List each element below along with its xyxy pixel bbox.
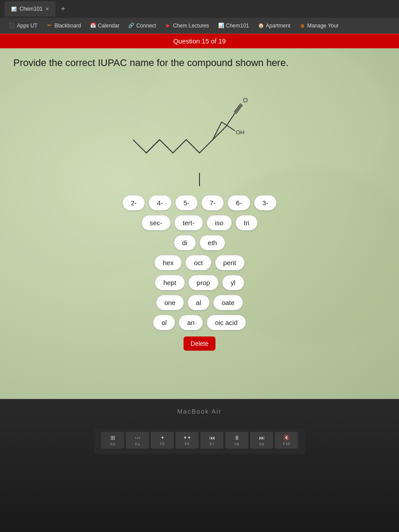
tab-title: Chem101: [20, 6, 43, 12]
btn-4[interactable]: 4-: [149, 195, 171, 211]
bookmark-connect[interactable]: 🔗 Connect: [125, 21, 160, 31]
svg-text:O: O: [243, 97, 248, 104]
blackboard-icon: ✏: [47, 23, 53, 29]
new-tab-button[interactable]: +: [58, 4, 68, 15]
connect-icon: 🔗: [128, 23, 134, 29]
apps-ut-icon: ⬛: [9, 23, 15, 29]
answer-row-di-eth: di eth: [174, 235, 226, 250]
btn-eth[interactable]: eth: [200, 235, 226, 250]
f4-icon: ⋯: [135, 434, 141, 441]
answer-row-delete: Delete: [184, 335, 215, 351]
f6-key[interactable]: ✦✦ F6: [176, 432, 199, 449]
f7-key[interactable]: ⏮ F7: [200, 432, 223, 449]
f7-icon: ⏮: [209, 434, 215, 441]
f10-key[interactable]: 🔇 F10: [275, 432, 298, 449]
answer-input-area[interactable]: [0, 173, 399, 186]
btn-an[interactable]: an: [179, 315, 203, 330]
svg-line-8: [236, 105, 243, 114]
bookmark-calendar[interactable]: 📅 Calendar: [86, 21, 123, 31]
answer-row-prefixes: sec- tert- iso tri: [141, 215, 258, 231]
tab-bar: 📊 Chem101 ✕ +: [4, 1, 395, 16]
f8-key[interactable]: ⏸ F8: [225, 432, 248, 449]
btn-hept[interactable]: hept: [155, 275, 184, 290]
bookmark-blackboard[interactable]: ✏ Blackboard: [43, 21, 85, 31]
f10-icon: 🔇: [283, 434, 290, 441]
svg-text:OH: OH: [236, 129, 245, 136]
bookmarks-bar: ⬛ Apps UT ✏ Blackboard 📅 Calendar 🔗 Conn…: [0, 18, 399, 34]
tab-close-button[interactable]: ✕: [45, 6, 49, 12]
answer-row-hept: hept prop yl: [155, 275, 244, 290]
f6-icon: ✦✦: [183, 435, 191, 441]
f9-label: F9: [259, 442, 264, 446]
btn-yl[interactable]: yl: [222, 275, 244, 290]
bookmark-calendar-label: Calendar: [98, 23, 120, 29]
answer-row-one: one al oate: [156, 295, 243, 310]
f3-icon: ⊞: [110, 434, 115, 441]
bookmark-chem101[interactable]: 📊 Chem101: [215, 21, 253, 31]
btn-one[interactable]: one: [156, 295, 184, 310]
btn-oic-acid[interactable]: oic acid: [207, 315, 246, 330]
answer-buttons-area: 2- 4- 5- 7- 6- 3- sec- tert- iso tri di …: [0, 191, 399, 355]
svg-line-6: [235, 104, 242, 113]
f9-key[interactable]: ⏭ F9: [250, 432, 273, 449]
f3-label: F3: [110, 442, 115, 446]
question-progress: Question 15 of 19: [173, 37, 226, 45]
bookmark-apps-ut-label: Apps UT: [17, 23, 38, 29]
bookmark-chem101-label: Chem101: [226, 23, 249, 29]
btn-6[interactable]: 6-: [227, 195, 250, 211]
f10-label: F10: [283, 442, 290, 446]
bookmark-manage-your-label: Manage Your: [307, 23, 339, 29]
btn-3[interactable]: 3-: [254, 195, 277, 211]
btn-2[interactable]: 2-: [122, 195, 145, 211]
f8-icon: ⏸: [234, 434, 240, 441]
btn-al[interactable]: al: [188, 295, 210, 310]
btn-5[interactable]: 5-: [175, 195, 198, 211]
btn-pent[interactable]: pent: [215, 255, 245, 270]
bookmark-chem-lectures[interactable]: ▶ Chem Lectures: [161, 21, 212, 31]
btn-oct[interactable]: oct: [185, 255, 211, 270]
molecule-svg: O OH: [124, 82, 275, 171]
f9-icon: ⏭: [259, 434, 265, 441]
browser-chrome: 📊 Chem101 ✕ +: [0, 0, 399, 18]
keyboard: ⊞ F3 ⋯ F4 ✦ F5 ✦✦ F6 ⏮ F7 ⏸ F8: [94, 428, 305, 454]
btn-oate[interactable]: oate: [213, 295, 243, 310]
svg-line-5: [226, 113, 235, 126]
text-cursor: [199, 173, 200, 186]
chemical-structure: O OH: [0, 82, 399, 171]
main-content: Question 15 of 19 Provide the correct IU…: [0, 34, 399, 399]
f3-key[interactable]: ⊞ F3: [101, 432, 124, 449]
macbook-label: MacBook Air: [177, 408, 222, 415]
active-tab[interactable]: 📊 Chem101 ✕: [4, 1, 55, 16]
tab-favicon: 📊: [11, 6, 17, 12]
f4-key[interactable]: ⋯ F4: [126, 432, 149, 449]
btn-di[interactable]: di: [174, 235, 196, 250]
bookmark-connect-label: Connect: [136, 23, 156, 29]
btn-tert[interactable]: tert-: [174, 215, 203, 231]
bookmark-chem-lectures-label: Chem Lectures: [173, 23, 209, 29]
btn-prop[interactable]: prop: [188, 275, 219, 290]
f5-key[interactable]: ✦ F5: [151, 432, 174, 449]
bookmark-manage-your[interactable]: a Manage Your: [296, 21, 342, 31]
bookmark-apps-ut[interactable]: ⬛ Apps UT: [5, 21, 41, 31]
f5-icon: ✦: [160, 435, 164, 441]
bookmark-apartment[interactable]: 🏠 Apartment: [254, 21, 294, 31]
f5-label: F5: [160, 442, 165, 446]
delete-button[interactable]: Delete: [184, 336, 215, 351]
btn-iso[interactable]: iso: [207, 215, 232, 231]
chem101-icon: 📊: [218, 23, 224, 29]
chem-lectures-icon: ▶: [165, 23, 171, 29]
question-text: Provide the correct IUPAC name for the c…: [13, 57, 386, 69]
btn-tri[interactable]: tri: [235, 215, 258, 231]
btn-hex[interactable]: hex: [154, 255, 182, 270]
manage-your-icon: a: [299, 23, 305, 29]
apartment-icon: 🏠: [258, 23, 264, 29]
function-key-row: ⊞ F3 ⋯ F4 ✦ F5 ✦✦ F6 ⏮ F7 ⏸ F8: [101, 432, 298, 449]
bookmark-apartment-label: Apartment: [266, 23, 290, 29]
laptop-bottom: MacBook Air ⊞ F3 ⋯ F4 ✦ F5 ✦✦ F6 ⏮ F7: [0, 399, 399, 532]
svg-line-7: [234, 103, 241, 112]
answer-row-ol: ol an oic acid: [153, 315, 246, 330]
btn-ol[interactable]: ol: [153, 315, 175, 330]
btn-7[interactable]: 7-: [201, 195, 224, 211]
btn-sec[interactable]: sec-: [141, 215, 171, 231]
calendar-icon: 📅: [90, 23, 96, 29]
